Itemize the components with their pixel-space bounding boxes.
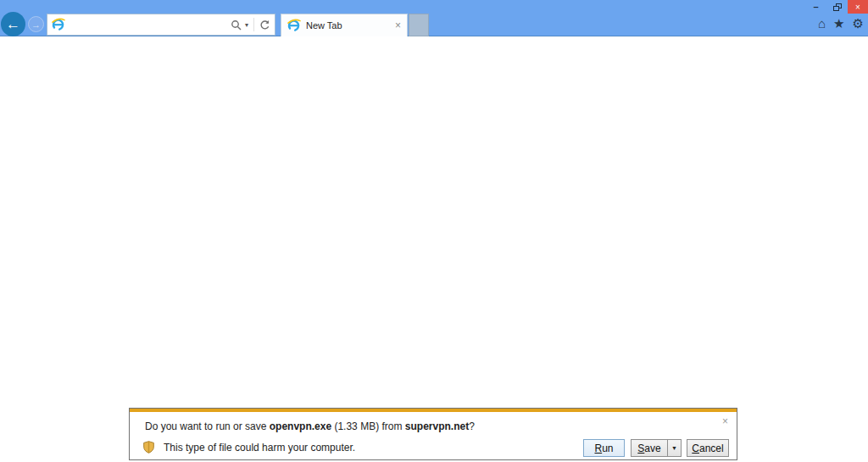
- notification-accent-stripe: [130, 409, 737, 412]
- gear-icon[interactable]: ⚙: [853, 17, 864, 31]
- run-button[interactable]: Run: [583, 439, 625, 457]
- download-host: supervpn.net: [405, 420, 469, 432]
- message-suffix: ?: [469, 420, 475, 432]
- browser-window: ← → ▾: [0, 0, 868, 462]
- forward-arrow-icon: →: [31, 19, 41, 30]
- tab-new-tab[interactable]: New Tab ×: [281, 14, 408, 36]
- tab-title: New Tab: [306, 20, 342, 31]
- cancel-button[interactable]: Cancel: [687, 439, 729, 457]
- tab-ie-favicon: [287, 19, 301, 32]
- download-warning: This type of file could harm your comput…: [143, 441, 355, 454]
- address-bar-tools: ▾: [231, 18, 270, 31]
- favorites-star-icon[interactable]: ★: [833, 17, 844, 31]
- close-button[interactable]: ×: [848, 0, 868, 14]
- close-icon: ×: [855, 3, 860, 12]
- back-arrow-icon: ←: [6, 16, 20, 33]
- download-filename: openvpn.exe: [270, 420, 331, 432]
- warning-text: This type of file could harm your comput…: [164, 442, 355, 454]
- address-divider: [253, 18, 254, 31]
- home-icon[interactable]: ⌂: [818, 17, 826, 31]
- blank-page-content: [0, 37, 868, 462]
- search-icon[interactable]: [231, 19, 242, 31]
- minimize-button[interactable]: –: [805, 0, 826, 14]
- address-bar: ▾: [47, 14, 275, 36]
- download-actions: Run Save ▼ Cancel: [583, 439, 729, 457]
- ie-favicon: [52, 18, 65, 31]
- command-bar: ⌂ ★ ⚙: [818, 17, 864, 31]
- restore-button[interactable]: [826, 0, 848, 14]
- notification-close-icon[interactable]: ×: [722, 415, 728, 427]
- restore-icon: [833, 3, 842, 11]
- refresh-icon[interactable]: [259, 19, 270, 31]
- window-controls: – ×: [805, 0, 868, 14]
- minimize-icon: –: [813, 2, 818, 12]
- address-input[interactable]: [65, 16, 231, 33]
- message-prefix: Do you want to run or save: [145, 420, 270, 432]
- browser-chrome: ← → ▾: [0, 0, 868, 36]
- security-shield-icon: [143, 441, 154, 454]
- download-notification-bar: Do you want to run or save openvpn.exe (…: [129, 408, 737, 460]
- search-dropdown-icon[interactable]: ▾: [245, 21, 248, 29]
- back-button[interactable]: ←: [1, 12, 25, 36]
- tab-close-icon[interactable]: ×: [395, 19, 401, 31]
- new-tab-button[interactable]: [409, 14, 429, 36]
- message-size: (1.33 MB) from: [331, 420, 405, 432]
- download-prompt-message: Do you want to run or save openvpn.exe (…: [145, 420, 475, 432]
- save-button[interactable]: Save: [631, 439, 668, 457]
- forward-button[interactable]: →: [28, 16, 44, 32]
- save-options-dropdown-icon[interactable]: ▼: [667, 439, 682, 457]
